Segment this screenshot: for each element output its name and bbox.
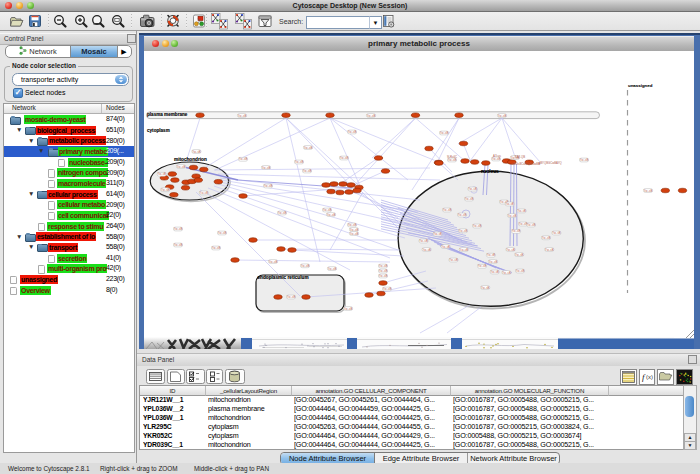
svg-text:Yw.-sB: Yw.-sB bbox=[448, 158, 457, 162]
svg-text:Yw.-sB: Yw.-sB bbox=[344, 307, 353, 311]
svg-text:Yw.-sB: Yw.-sB bbox=[422, 248, 431, 252]
svg-text:Yw.-sB: Yw.-sB bbox=[287, 295, 296, 299]
svg-text:Yw.-sB: Yw.-sB bbox=[238, 114, 247, 118]
svg-text:Yw.-sB: Yw.-sB bbox=[340, 156, 349, 160]
svg-text:Yw.-sB: Yw.-sB bbox=[516, 269, 525, 273]
svg-text:Yw.-sB: Yw.-sB bbox=[512, 229, 521, 233]
svg-text:Yw.-sB: Yw.-sB bbox=[383, 287, 392, 291]
svg-text:Yw.-sB: Yw.-sB bbox=[498, 114, 507, 118]
svg-text:Yw.-sB: Yw.-sB bbox=[303, 169, 312, 173]
svg-text:endoplasmic reticulum: endoplasmic reticulum bbox=[258, 275, 309, 280]
svg-text:Yw.-sB: Yw.-sB bbox=[527, 223, 536, 227]
svg-text:Yw.-sB: Yw.-sB bbox=[506, 248, 515, 252]
svg-text:Yw.-sB: Yw.-sB bbox=[348, 223, 357, 227]
svg-text:Yw.-sB: Yw.-sB bbox=[458, 213, 467, 217]
svg-text:Yw.-sB: Yw.-sB bbox=[506, 202, 515, 206]
svg-text:Yw.-sB: Yw.-sB bbox=[269, 260, 278, 264]
svg-text:Yw.-sB: Yw.-sB bbox=[449, 258, 458, 262]
svg-text:wBGsBCwB7pBGwBA: wBGsBCwB7pBGwBA bbox=[512, 162, 540, 166]
svg-text:Yw.-sB: Yw.-sB bbox=[379, 269, 388, 273]
svg-text:Yw.-sB: Yw.-sB bbox=[218, 231, 227, 235]
svg-text:Yw.-sB: Yw.-sB bbox=[491, 270, 500, 274]
svg-text:Yw.-sB: Yw.-sB bbox=[545, 248, 554, 252]
svg-text:Yw.-sB: Yw.-sB bbox=[473, 224, 482, 228]
svg-text:cytoplasm: cytoplasm bbox=[147, 128, 170, 133]
svg-text:plasma membrane: plasma membrane bbox=[147, 112, 188, 117]
svg-text:Yw.-sB: Yw.-sB bbox=[323, 208, 332, 212]
svg-text:Yw.-sB: Yw.-sB bbox=[443, 208, 452, 212]
svg-text:Yw.-sB: Yw.-sB bbox=[580, 158, 589, 162]
svg-text:BA7-QB: BA7-QB bbox=[515, 155, 525, 159]
svg-text:Yw.-sB: Yw.-sB bbox=[278, 211, 287, 215]
svg-text:Yw.-sB: Yw.-sB bbox=[328, 267, 337, 271]
svg-text:Yw.-sB: Yw.-sB bbox=[465, 197, 474, 201]
svg-text:Yw.-sB: Yw.-sB bbox=[348, 130, 357, 134]
svg-text:Yw.-sB: Yw.-sB bbox=[350, 228, 359, 232]
svg-text:Yw.-sB: Yw.-sB bbox=[239, 157, 248, 161]
svg-text:Yw.-sB: Yw.-sB bbox=[304, 146, 313, 150]
svg-text:9LRs6C: 9LRs6C bbox=[447, 155, 457, 159]
svg-text:Yw.-sB: Yw.-sB bbox=[192, 150, 201, 154]
svg-text:Yw.-sB: Yw.-sB bbox=[174, 243, 183, 247]
svg-text:Yw.-sB: Yw.-sB bbox=[440, 131, 449, 135]
svg-text:Yw.-sB: Yw.-sB bbox=[158, 172, 167, 176]
svg-text:wBYQBGCwBAYQ: wBYQBGCwBAYQ bbox=[538, 161, 562, 165]
svg-text:Yw.-sB: Yw.-sB bbox=[508, 214, 517, 218]
svg-text:Yw.-sB: Yw.-sB bbox=[262, 166, 271, 170]
svg-text:Yw.-sB: Yw.-sB bbox=[434, 232, 443, 236]
svg-text:Yw.-sB: Yw.-sB bbox=[487, 253, 496, 257]
svg-text:Yw.-sB: Yw.-sB bbox=[517, 209, 526, 213]
svg-text:A7cus: A7cus bbox=[493, 154, 501, 158]
svg-text:Yw.-sB: Yw.-sB bbox=[264, 184, 273, 188]
svg-text:Yw.-sB: Yw.-sB bbox=[459, 229, 468, 233]
svg-text:Yw.-sB: Yw.-sB bbox=[478, 264, 487, 268]
svg-text:Yw.-sB: Yw.-sB bbox=[367, 114, 376, 118]
svg-text:mitochondrion: mitochondrion bbox=[174, 157, 207, 162]
svg-text:Yw.-sB: Yw.-sB bbox=[177, 165, 186, 169]
svg-text:Yw.-sB: Yw.-sB bbox=[301, 264, 310, 268]
svg-text:Yw.-sB: Yw.-sB bbox=[327, 213, 336, 217]
svg-text:Yw.-sB: Yw.-sB bbox=[200, 191, 209, 195]
svg-text:Yw.-sB: Yw.-sB bbox=[295, 160, 304, 164]
svg-text:(x): (x) bbox=[646, 374, 653, 380]
svg-text:Yw.-sB: Yw.-sB bbox=[379, 274, 388, 278]
svg-text:Yw.-sB: Yw.-sB bbox=[350, 232, 359, 236]
svg-text:Yw.-sB: Yw.-sB bbox=[379, 264, 388, 268]
svg-text:Yw.-sB: Yw.-sB bbox=[489, 260, 498, 264]
svg-text:Yw.-sB: Yw.-sB bbox=[441, 245, 450, 249]
svg-text:Yw.-sB: Yw.-sB bbox=[515, 253, 524, 257]
svg-text:Yw.-sB: Yw.-sB bbox=[542, 236, 551, 240]
svg-text:Yw.-sB: Yw.-sB bbox=[552, 231, 561, 235]
svg-text:Yw.-sB: Yw.-sB bbox=[481, 286, 490, 290]
svg-text:Yw.-sB: Yw.-sB bbox=[161, 188, 170, 192]
svg-text:Yw.-sB: Yw.-sB bbox=[644, 189, 653, 193]
svg-text:Yw.-sB: Yw.-sB bbox=[419, 239, 428, 243]
svg-text:unassigned: unassigned bbox=[628, 83, 653, 88]
svg-text:nucleus: nucleus bbox=[481, 169, 499, 174]
svg-text:Yw.-sB: Yw.-sB bbox=[212, 246, 221, 250]
svg-text:Yw.-sB: Yw.-sB bbox=[460, 248, 469, 252]
svg-text:Yw.-sB: Yw.-sB bbox=[468, 187, 477, 191]
svg-text:Yw.-sB: Yw.-sB bbox=[174, 227, 183, 231]
svg-text:Yw.-sB: Yw.-sB bbox=[502, 271, 511, 275]
